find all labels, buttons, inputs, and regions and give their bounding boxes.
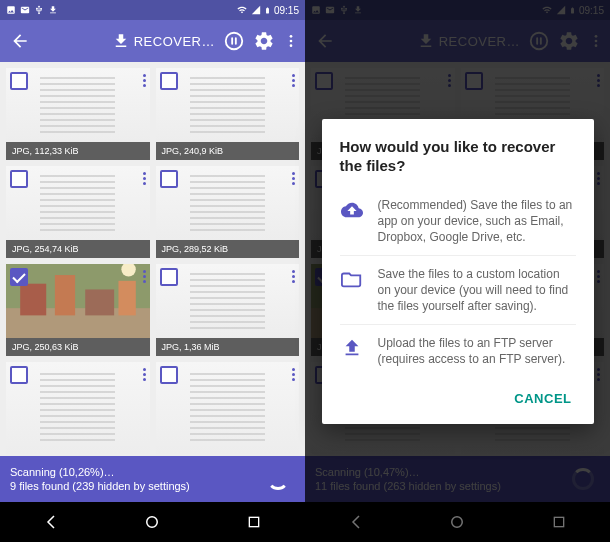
file-caption: JPG, 254,74 KiB [6, 240, 150, 258]
status-bar: 09:15 [0, 0, 305, 20]
svg-point-4 [147, 517, 158, 528]
file-grid: JPG, 112,33 KiBJPG, 240,9 KiBJPG, 254,74… [0, 62, 305, 456]
wifi-icon [236, 5, 248, 15]
download-icon [112, 32, 130, 50]
file-caption: JPG, 1,36 MiB [156, 338, 300, 356]
checkbox[interactable] [10, 268, 28, 286]
svg-point-1 [290, 35, 293, 38]
option-save-custom[interactable]: Save the files to a custom location on y… [340, 255, 576, 324]
card-menu-button[interactable] [290, 364, 297, 385]
svg-rect-5 [249, 517, 258, 526]
notif-download-icon [48, 5, 58, 15]
file-card[interactable]: JPG, 112,33 KiB [6, 68, 150, 160]
notif-image-icon [6, 5, 16, 15]
checkbox[interactable] [160, 268, 178, 286]
scanning-line2: 9 files found (239 hidden by settings) [10, 479, 190, 493]
overflow-button[interactable] [283, 31, 299, 51]
file-card[interactable]: JPG, 289,52 KiB [156, 166, 300, 258]
checkbox[interactable] [10, 72, 28, 90]
file-card[interactable]: JPG, 240,9 KiB [156, 68, 300, 160]
card-menu-button[interactable] [141, 364, 148, 385]
nav-home[interactable] [132, 502, 172, 542]
spinner-icon [267, 468, 289, 490]
option-text: Save the files to a custom location on y… [378, 266, 576, 314]
cloud-upload-icon [340, 197, 364, 245]
checkbox[interactable] [160, 72, 178, 90]
card-menu-button[interactable] [141, 168, 148, 189]
status-time: 09:15 [274, 5, 299, 16]
settings-button[interactable] [253, 30, 275, 52]
card-menu-button[interactable] [141, 70, 148, 91]
checkbox[interactable] [160, 170, 178, 188]
back-button[interactable] [6, 31, 34, 51]
notif-usb-icon [34, 5, 44, 15]
recover-label: RECOVER… [134, 34, 215, 49]
card-menu-button[interactable] [290, 266, 297, 287]
scanning-line1: Scanning (10,26%)… [10, 465, 190, 479]
file-caption: JPG, 289,52 KiB [156, 240, 300, 258]
file-caption: JPG, 112,33 KiB [6, 142, 150, 160]
nav-back[interactable] [31, 502, 71, 542]
option-text: (Recommended) Save the files to an app o… [378, 197, 576, 245]
option-save-to-app[interactable]: (Recommended) Save the files to an app o… [340, 187, 576, 255]
cancel-button[interactable]: CANCEL [510, 385, 575, 412]
recover-action[interactable]: RECOVER… [112, 32, 215, 50]
svg-point-0 [226, 33, 243, 50]
checkbox[interactable] [160, 366, 178, 384]
file-caption: JPG, 240,9 KiB [156, 142, 300, 160]
file-card[interactable] [156, 362, 300, 454]
status-footer: Scanning (10,26%)… 9 files found (239 hi… [0, 456, 305, 502]
file-card[interactable]: JPG, 254,74 KiB [6, 166, 150, 258]
pause-button[interactable] [223, 30, 245, 52]
file-card[interactable] [6, 362, 150, 454]
signal-icon [251, 5, 261, 15]
file-caption: JPG, 250,63 KiB [6, 338, 150, 356]
svg-point-3 [290, 44, 293, 47]
app-bar: RECOVER… [0, 20, 305, 62]
nav-bar [0, 502, 305, 542]
card-menu-button[interactable] [141, 266, 148, 287]
option-text: Upload the files to an FTP server (requi… [378, 335, 576, 367]
screen-left: 09:15 RECOVER… JPG, 112,33 KiBJPG, 240,9… [0, 0, 305, 542]
svg-point-2 [290, 40, 293, 43]
nav-recents[interactable] [234, 502, 274, 542]
battery-icon [264, 5, 271, 16]
checkbox[interactable] [10, 366, 28, 384]
file-card[interactable]: JPG, 1,36 MiB [156, 264, 300, 356]
recover-dialog: How would you like to recover the files?… [322, 119, 594, 424]
screen-right: 09:15 RECOVER… JPG, 112,33 KiBJPG, 240,9… [305, 0, 610, 542]
notif-mail-icon [20, 5, 30, 15]
card-menu-button[interactable] [290, 168, 297, 189]
dialog-overlay[interactable]: How would you like to recover the files?… [305, 0, 610, 542]
upload-icon [340, 335, 364, 367]
checkbox[interactable] [10, 170, 28, 188]
folder-icon [340, 266, 364, 314]
option-ftp-upload[interactable]: Upload the files to an FTP server (requi… [340, 324, 576, 377]
dialog-title: How would you like to recover the files? [340, 137, 576, 175]
file-card[interactable]: JPG, 250,63 KiB [6, 264, 150, 356]
card-menu-button[interactable] [290, 70, 297, 91]
